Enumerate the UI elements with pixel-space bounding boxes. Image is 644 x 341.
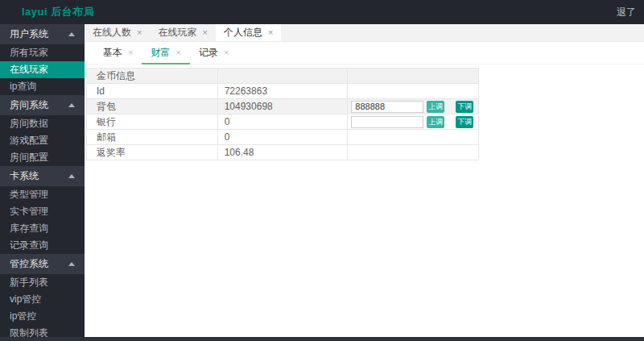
app-logo[interactable]: layui 后台布局 (22, 5, 94, 19)
sidebar-item[interactable]: 类型管理 (0, 186, 85, 203)
app-window: layui 后台布局 退了 用户系统所有玩家在线玩家ip查询房间系统房间数据游戏… (0, 0, 644, 341)
sidebar-section-label: 卡系统 (10, 169, 39, 183)
sidebar-item-active[interactable]: 在线玩家 (0, 61, 85, 78)
sidebar-item[interactable]: 实卡管理 (0, 203, 85, 220)
table-row: 背包104930698上调下调 (87, 99, 479, 114)
subtab-label: 记录 (199, 46, 218, 60)
adjust-down-button[interactable]: 下调 (456, 116, 473, 128)
logout-link[interactable]: 退了 (617, 6, 636, 19)
topbar: layui 后台布局 退了 (0, 0, 644, 24)
table-row: Id72263863 (87, 84, 479, 99)
subtab-bar: 基本×财富×记录× (85, 42, 644, 64)
tab-label: 个人信息 (224, 26, 262, 40)
content-panel: 金币信息Id72263863背包104930698上调下调银行0上调下调邮箱0返… (85, 64, 644, 160)
row-action-cell (348, 84, 479, 99)
table-header-cell (218, 69, 349, 84)
row-label-cell: 背包 (87, 99, 218, 114)
table-row: 返奖率106.48 (87, 145, 479, 160)
close-icon[interactable]: × (128, 48, 133, 57)
close-icon[interactable]: × (175, 48, 180, 57)
close-icon[interactable]: × (268, 28, 273, 37)
subtab[interactable]: 基本× (94, 42, 142, 64)
adjust-up-button[interactable]: 上调 (427, 101, 444, 113)
tab-bar: 在线人数×在线玩家×个人信息× (85, 24, 644, 42)
subtab-label: 财富 (151, 46, 170, 60)
table-header-row: 金币信息 (87, 69, 479, 84)
row-action-cell (348, 130, 479, 145)
sidebar-section-label: 管控系统 (10, 257, 48, 271)
close-icon[interactable]: × (224, 48, 229, 57)
subtab[interactable]: 记录× (190, 42, 237, 64)
sidebar-item[interactable]: ip查询 (0, 78, 85, 95)
row-action-cell: 上调下调 (348, 99, 479, 114)
subtab-label: 基本 (103, 46, 122, 60)
tab-active[interactable]: 个人信息× (216, 24, 281, 41)
bottom-strip (0, 337, 644, 341)
tab-label: 在线人数 (93, 26, 131, 40)
row-action-cell (348, 145, 479, 160)
table-row: 邮箱0 (87, 130, 479, 145)
adjust-down-button[interactable]: 下调 (456, 101, 473, 113)
row-value-cell: 72263863 (218, 84, 349, 99)
row-value-cell: 106.48 (218, 145, 349, 160)
table-row: 银行0上调下调 (87, 114, 479, 130)
row-label-cell: Id (87, 84, 218, 99)
coin-info-table: 金币信息Id72263863背包104930698上调下调银行0上调下调邮箱0返… (86, 68, 479, 160)
adjust-up-button[interactable]: 上调 (427, 116, 444, 128)
amount-input[interactable] (351, 101, 423, 113)
main-area: 在线人数×在线玩家×个人信息× 基本×财富×记录× 金币信息Id72263863… (85, 24, 644, 341)
close-icon[interactable]: × (137, 28, 142, 37)
sidebar-section-header[interactable]: 管控系统 (0, 254, 85, 274)
row-value-cell: 0 (218, 130, 349, 145)
collapse-arrow-icon (68, 103, 75, 107)
sidebar-section-header[interactable]: 房间系统 (0, 95, 85, 115)
sidebar-section-header[interactable]: 卡系统 (0, 166, 85, 186)
collapse-arrow-icon (68, 174, 75, 178)
amount-input[interactable] (351, 116, 423, 128)
sidebar-section-label: 用户系统 (10, 27, 48, 41)
sidebar-item[interactable]: 房间配置 (0, 149, 85, 166)
row-action-cell: 上调下调 (348, 114, 479, 130)
sidebar-item[interactable]: vip管控 (0, 291, 85, 308)
collapse-arrow-icon (68, 262, 75, 266)
tab-label: 在线玩家 (158, 26, 196, 40)
sidebar-item[interactable]: 记录查询 (0, 237, 85, 254)
subtab-active[interactable]: 财富× (142, 42, 189, 64)
sidebar-nav: 用户系统所有玩家在线玩家ip查询房间系统房间数据游戏配置房间配置卡系统类型管理实… (0, 24, 85, 341)
sidebar-item[interactable]: 新手列表 (0, 274, 85, 291)
table-header-cell (348, 69, 479, 84)
row-label-cell: 银行 (87, 114, 218, 130)
row-label-cell: 邮箱 (87, 130, 218, 145)
sidebar-section-header[interactable]: 用户系统 (0, 24, 85, 44)
sidebar-item[interactable]: 游戏配置 (0, 132, 85, 149)
sidebar-item[interactable]: ip管控 (0, 308, 85, 325)
close-icon[interactable]: × (202, 28, 207, 37)
row-value-cell: 104930698 (218, 99, 349, 114)
sidebar-item[interactable]: 所有玩家 (0, 44, 85, 61)
table-header-cell: 金币信息 (87, 69, 218, 84)
tab[interactable]: 在线玩家× (150, 24, 215, 41)
sidebar-item[interactable]: 库存查询 (0, 220, 85, 237)
sidebar-section-label: 房间系统 (10, 98, 48, 112)
tab[interactable]: 在线人数× (85, 24, 150, 41)
row-value-cell: 0 (218, 114, 349, 130)
sidebar-item[interactable]: 房间数据 (0, 115, 85, 132)
row-label-cell: 返奖率 (87, 145, 218, 160)
collapse-arrow-icon (68, 32, 75, 36)
